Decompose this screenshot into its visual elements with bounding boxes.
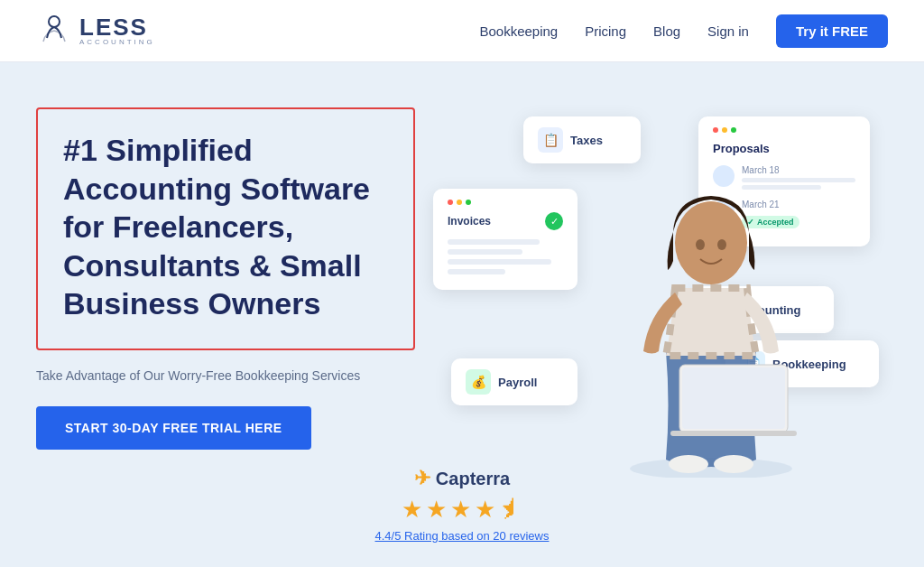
dot-red <box>448 200 453 205</box>
nav-pricing[interactable]: Pricing <box>585 23 626 39</box>
svg-rect-6 <box>682 367 785 429</box>
prop-dot-red <box>713 127 718 133</box>
capterra-icon: ✈ <box>414 467 430 490</box>
payroll-card: 💰 Payroll <box>451 358 578 405</box>
svg-rect-7 <box>670 431 797 436</box>
invoice-line-3 <box>448 259 551 265</box>
dot-yellow <box>457 200 462 205</box>
svg-point-3 <box>696 239 705 250</box>
logo: LESS ACCOUNTING <box>36 13 155 49</box>
capterra-brand: ✈ Capterra <box>414 467 510 490</box>
dot-green <box>466 200 471 205</box>
logo-text: LESS ACCOUNTING <box>79 15 155 46</box>
hero-subheadline: Take Advantage of Our Worry-Free Bookkee… <box>36 368 415 383</box>
header: LESS ACCOUNTING Bookkeeping Pricing Blog… <box>0 0 924 62</box>
star-2: ★ <box>426 496 447 524</box>
person-illustration <box>585 144 837 478</box>
svg-point-0 <box>49 16 60 27</box>
invoice-line-4 <box>448 269 505 274</box>
nav-signin[interactable]: Sign in <box>707 23 749 39</box>
invoice-line-2 <box>448 249 522 255</box>
hero-left: #1 Simplified Accounting Software for Fr… <box>36 98 415 450</box>
logo-icon <box>36 13 72 49</box>
try-free-button[interactable]: Try it FREE <box>776 14 888 48</box>
rating-text[interactable]: 4.4/5 Rating based on 20 reviews <box>375 529 550 543</box>
svg-point-4 <box>717 239 726 250</box>
taxes-icon: 📋 <box>538 127 563 153</box>
main-nav: Bookkeeping Pricing Blog Sign in Try it … <box>479 14 888 48</box>
hero-right: 📋 Taxes Invoices ✓ <box>433 98 888 478</box>
nav-bookkeeping[interactable]: Bookkeeping <box>479 23 558 39</box>
main-content: #1 Simplified Accounting Software for Fr… <box>0 62 924 567</box>
invoices-card: Invoices ✓ <box>433 189 578 290</box>
prop-dot-green <box>731 127 736 133</box>
svg-point-9 <box>714 455 753 473</box>
window-dots <box>448 200 563 205</box>
prop-dot-yellow <box>722 127 727 133</box>
logo-name: LESS <box>79 15 155 39</box>
person-svg <box>594 153 828 478</box>
headline-box: #1 Simplified Accounting Software for Fr… <box>36 107 415 350</box>
star-3: ★ <box>450 496 471 524</box>
hero-headline: #1 Simplified Accounting Software for Fr… <box>63 131 388 323</box>
logo-subtitle: ACCOUNTING <box>79 39 155 46</box>
star-4: ★ <box>475 496 495 524</box>
svg-point-8 <box>669 455 708 473</box>
invoices-header: Invoices ✓ <box>448 212 563 230</box>
star-rating: ★ ★ ★ ★ ⯨ <box>402 496 522 524</box>
star-5: ⯨ <box>499 496 522 524</box>
cta-trial-button[interactable]: START 30-DAY FREE TRIAL HERE <box>36 406 311 450</box>
proposals-dots <box>713 127 855 133</box>
svg-point-2 <box>675 201 747 284</box>
invoice-line-1 <box>448 239 540 245</box>
capterra-section: ✈ Capterra ★ ★ ★ ★ ⯨ 4.4/5 Rating based … <box>375 467 550 543</box>
invoices-label: Invoices <box>448 215 491 228</box>
star-1: ★ <box>402 496 422 524</box>
nav-blog[interactable]: Blog <box>653 23 680 39</box>
payroll-icon: 💰 <box>466 369 491 395</box>
payroll-label: Payroll <box>498 376 537 389</box>
capterra-name: Capterra <box>436 469 510 489</box>
check-icon: ✓ <box>545 212 563 230</box>
